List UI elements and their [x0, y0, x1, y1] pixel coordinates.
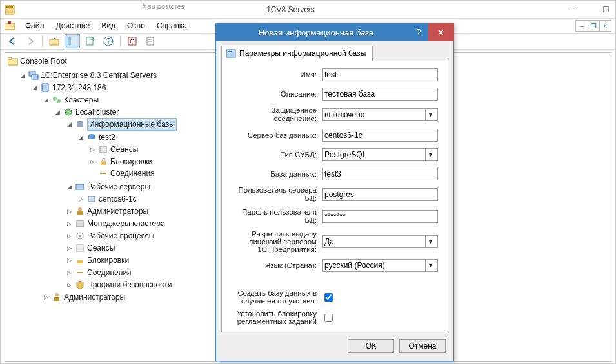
connections-icon: [98, 168, 108, 178]
collapse-icon[interactable]: ◢: [31, 84, 38, 91]
tree-clusters[interactable]: ◢Кластеры: [43, 94, 99, 106]
ok-button[interactable]: ОК: [348, 339, 394, 353]
tree-working-processes[interactable]: ▷Рабочие процессы: [66, 230, 154, 242]
collapse-icon[interactable]: ◢: [66, 121, 73, 128]
input-dbpass[interactable]: [322, 210, 438, 223]
mdi-restore[interactable]: ❐: [588, 21, 599, 31]
svg-rect-3: [8, 21, 11, 24]
tree-security-profiles[interactable]: ▷Профили безопасности: [66, 279, 172, 291]
maximize-button[interactable]: ☐: [596, 2, 615, 17]
input-dbuser[interactable]: [322, 188, 438, 201]
forward-button[interactable]: [23, 34, 38, 48]
refresh-button[interactable]: [124, 34, 140, 48]
expand-icon[interactable]: ▷: [66, 256, 73, 263]
tree-locks2[interactable]: ▷Блокировки: [66, 254, 129, 266]
collapse-icon[interactable]: ◢: [19, 72, 26, 79]
tree-connections[interactable]: Соединения: [89, 168, 155, 179]
tree-local-cluster[interactable]: ◢Local cluster: [54, 106, 119, 118]
tree-ws-centos[interactable]: ▷centos6-1c: [77, 193, 137, 205]
up-button[interactable]: [46, 34, 62, 48]
expand-icon[interactable]: ▷: [66, 269, 73, 276]
svg-point-22: [65, 109, 72, 115]
combo-lang[interactable]: русский (Россия)▼: [322, 259, 438, 272]
input-dbserver[interactable]: [322, 129, 438, 142]
label-block: Установить блокировку регламентных задан…: [228, 310, 322, 325]
tree-cluster-managers[interactable]: ▷Менеджеры кластера: [66, 218, 165, 229]
tree-infobases[interactable]: ◢Информационные базы: [66, 118, 177, 131]
svg-rect-19: [42, 84, 48, 91]
svg-rect-5: [68, 37, 71, 45]
svg-rect-28: [101, 161, 106, 165]
tree-console-root[interactable]: Console Root: [8, 55, 67, 67]
checkbox-create-db[interactable]: [324, 293, 333, 302]
svg-rect-30: [76, 184, 84, 189]
cancel-button[interactable]: Отмена: [399, 339, 446, 353]
new-infobase-dialog: Новая информационная база ? ✕ Параметры …: [215, 23, 454, 361]
svg-rect-31: [88, 196, 95, 202]
tree-ib-test2[interactable]: ◢test2: [77, 131, 115, 143]
dialog-help-button[interactable]: ?: [410, 27, 428, 37]
tree-connections2[interactable]: ▷Соединения: [66, 267, 132, 278]
tree-central-servers[interactable]: ◢1C:Enterprise 8.3 Central Servers: [19, 70, 157, 81]
menu-help[interactable]: Справка: [152, 20, 192, 32]
help-button[interactable]: ?: [101, 34, 116, 48]
svg-rect-34: [77, 220, 83, 227]
collapse-icon[interactable]: ◢: [43, 97, 50, 104]
menu-file[interactable]: Файл: [20, 20, 50, 32]
label-dbname: База данных:: [228, 170, 322, 178]
expand-icon[interactable]: ▷: [43, 293, 50, 300]
dialog-buttons: ОК Отмена: [216, 332, 453, 361]
export-button[interactable]: [83, 34, 98, 48]
mmc-icon: [5, 21, 15, 31]
input-dbname[interactable]: [322, 168, 438, 180]
expand-icon[interactable]: ▷: [89, 158, 96, 166]
tree-panel[interactable]: Console Root ◢1C:Enterprise 8.3 Central …: [5, 52, 217, 362]
expand-icon[interactable]: ▷: [89, 146, 96, 153]
combo-dbtype[interactable]: PostgreSQL▼: [322, 148, 438, 161]
properties-button[interactable]: [143, 34, 158, 48]
expand-icon[interactable]: ▷: [77, 195, 84, 202]
minimize-button[interactable]: —: [562, 2, 582, 17]
tab-icon: [226, 48, 236, 59]
input-desc[interactable]: [322, 88, 438, 101]
window-controls: — ☐: [562, 2, 615, 17]
db-icon: [86, 132, 97, 142]
tab-infobase-params[interactable]: Параметры информационной базы: [221, 46, 373, 61]
label-name: Имя:: [228, 71, 322, 79]
tab-label: Параметры информационной базы: [239, 49, 366, 58]
input-name[interactable]: [322, 68, 438, 81]
svg-rect-4: [50, 39, 59, 45]
mdi-close[interactable]: ×: [599, 21, 611, 31]
dialog-close-button[interactable]: ✕: [428, 23, 453, 41]
menu-action[interactable]: Действие: [51, 20, 95, 32]
tree-sessions2[interactable]: ▷Сеансы: [66, 242, 115, 254]
dialog-body: Имя: Описание: Защищенное соединение:вык…: [221, 61, 448, 332]
show-tree-button[interactable]: [65, 34, 80, 48]
dialog-titlebar[interactable]: Новая информационная база ? ✕: [216, 23, 453, 41]
expand-icon[interactable]: ▷: [66, 220, 73, 227]
expand-icon[interactable]: ▷: [66, 281, 73, 288]
combo-license[interactable]: Да▼: [322, 235, 438, 248]
tree-server-ip[interactable]: ◢172.31.243.186: [31, 82, 106, 93]
tree-working-servers[interactable]: ◢Рабочие серверы: [66, 181, 150, 193]
tree-admins2[interactable]: ▷Администраторы: [43, 291, 125, 303]
svg-rect-42: [226, 50, 235, 57]
tree-admins[interactable]: ▷Администраторы: [66, 206, 148, 217]
expand-icon[interactable]: ▷: [66, 232, 73, 239]
label-desc: Описание:: [228, 90, 322, 99]
collapse-icon[interactable]: ◢: [77, 134, 84, 141]
tree-locks[interactable]: ▷Блокировки: [89, 156, 152, 168]
collapse-icon[interactable]: ◢: [66, 183, 73, 190]
expand-icon[interactable]: ▷: [66, 207, 73, 215]
back-button[interactable]: [5, 34, 20, 48]
checkbox-block-jobs[interactable]: [324, 314, 333, 322]
collapse-icon[interactable]: ◢: [54, 109, 61, 116]
menu-window[interactable]: Окно: [122, 20, 150, 32]
expand-icon[interactable]: ▷: [66, 244, 73, 251]
chevron-down-icon: ▼: [425, 236, 435, 247]
tree-sessions[interactable]: ▷Сеансы: [89, 144, 138, 155]
mdi-minimize[interactable]: –: [576, 21, 588, 31]
combo-secure[interactable]: выключено▼: [322, 108, 438, 121]
svg-text:?: ?: [106, 37, 111, 46]
menu-view[interactable]: Вид: [96, 20, 121, 32]
